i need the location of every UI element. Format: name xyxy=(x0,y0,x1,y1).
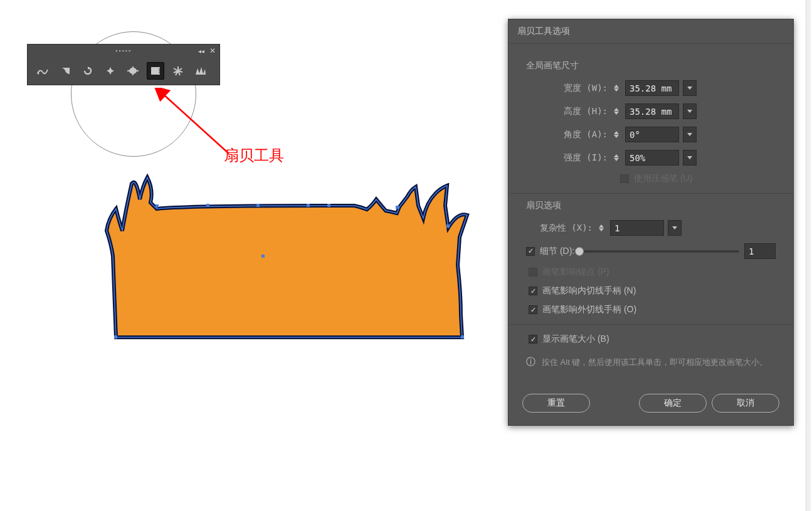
width-input[interactable] xyxy=(625,80,679,96)
scrollbar-area xyxy=(806,0,811,511)
height-input[interactable] xyxy=(625,103,679,119)
slider-thumb[interactable] xyxy=(575,247,584,256)
angle-dropdown[interactable] xyxy=(683,127,697,142)
complexity-input[interactable] xyxy=(610,220,664,236)
svg-rect-5 xyxy=(137,70,139,71)
scallop-section-label: 扇贝选项 xyxy=(526,200,776,211)
info-text: 按住 Alt 键，然后使用该工具单击，即可相应地更改画笔大小。 xyxy=(542,356,767,369)
angle-spinner[interactable] xyxy=(611,127,621,142)
chevron-down-icon xyxy=(672,226,677,229)
svg-point-0 xyxy=(38,73,40,75)
pressure-pen-checkbox xyxy=(620,174,629,183)
out-tangent-label: 画笔影响外切线手柄 (O) xyxy=(542,304,636,315)
intensity-spinner[interactable] xyxy=(611,150,621,166)
scallop-tool[interactable] xyxy=(147,62,164,80)
angle-input[interactable] xyxy=(625,127,679,142)
svg-point-1 xyxy=(129,68,137,74)
chevron-down-icon xyxy=(687,110,692,113)
svg-rect-12 xyxy=(307,204,310,207)
angle-label: 角度 (A): xyxy=(526,129,608,140)
svg-rect-16 xyxy=(261,255,265,258)
svg-rect-10 xyxy=(206,204,209,207)
complexity-spinner[interactable] xyxy=(596,220,606,236)
grip-icon: ▪▪▪▪▪ xyxy=(115,48,132,54)
dialog-title: 扇贝工具选项 xyxy=(509,19,793,44)
collapse-icon[interactable]: ◂◂ xyxy=(198,48,204,55)
cancel-button[interactable]: 取消 xyxy=(712,394,779,413)
pucker-tool[interactable] xyxy=(102,62,119,80)
toolbar-header[interactable]: ▪▪▪▪▪ ◂◂ ✕ xyxy=(28,45,219,57)
wrinkle-tool[interactable] xyxy=(192,62,209,80)
in-tangent-label: 画笔影响内切线手柄 (N) xyxy=(542,285,636,297)
svg-rect-4 xyxy=(127,70,129,71)
height-spinner[interactable] xyxy=(611,103,621,119)
width-spinner[interactable] xyxy=(611,80,621,96)
svg-rect-15 xyxy=(446,224,450,228)
info-icon: ⓘ xyxy=(526,356,535,369)
liquify-toolbar: ▪▪▪▪▪ ◂◂ ✕ xyxy=(27,44,220,85)
svg-rect-13 xyxy=(327,204,330,207)
detail-value-input[interactable] xyxy=(744,243,776,259)
show-brush-checkbox[interactable] xyxy=(529,335,537,344)
chevron-down-icon xyxy=(687,133,692,136)
show-brush-label: 显示画笔大小 (B) xyxy=(542,334,609,345)
svg-rect-11 xyxy=(256,204,260,207)
twirl-cw-tool[interactable] xyxy=(79,62,97,80)
complexity-label: 复杂性 (X): xyxy=(526,223,593,234)
canvas-artwork xyxy=(97,168,473,350)
intensity-label: 强度 (I): xyxy=(526,152,608,164)
svg-rect-9 xyxy=(156,204,159,208)
width-label: 宽度 (W): xyxy=(526,83,608,94)
close-icon[interactable]: ✕ xyxy=(209,46,216,55)
bloat-tool[interactable] xyxy=(124,62,142,80)
anchor-checkbox xyxy=(529,268,537,277)
chevron-down-icon xyxy=(687,156,692,159)
anchor-label: 画笔影响锚点 (P) xyxy=(542,266,609,278)
svg-rect-3 xyxy=(132,73,134,75)
detail-slider[interactable] xyxy=(579,250,739,253)
ok-button[interactable]: 确定 xyxy=(639,394,707,413)
out-tangent-checkbox[interactable] xyxy=(529,305,537,314)
crystallize-tool[interactable] xyxy=(169,62,187,80)
twirl-tool[interactable] xyxy=(56,62,74,80)
svg-rect-2 xyxy=(132,66,134,68)
chevron-down-icon xyxy=(687,87,692,90)
intensity-input[interactable] xyxy=(625,150,679,166)
annotation-label: 扇贝工具 xyxy=(224,145,284,166)
height-dropdown[interactable] xyxy=(683,103,697,119)
intensity-dropdown[interactable] xyxy=(683,150,697,166)
pressure-pen-label: 使用压感笔 (U) xyxy=(634,173,692,184)
warp-tool[interactable] xyxy=(34,62,51,80)
detail-checkbox[interactable] xyxy=(526,247,535,256)
scallop-options-dialog: 扇贝工具选项 全局画笔尺寸 宽度 (W): 高度 (H): 角度 (A): 强度… xyxy=(508,19,794,426)
svg-rect-8 xyxy=(461,335,464,339)
complexity-dropdown[interactable] xyxy=(668,220,682,236)
in-tangent-checkbox[interactable] xyxy=(529,287,537,295)
height-label: 高度 (H): xyxy=(526,106,608,117)
svg-rect-7 xyxy=(114,335,117,339)
svg-rect-14 xyxy=(396,206,399,209)
detail-label: 细节 (D): xyxy=(540,246,574,257)
global-brush-section-label: 全局画笔尺寸 xyxy=(526,60,776,71)
width-dropdown[interactable] xyxy=(683,80,697,96)
reset-button[interactable]: 重置 xyxy=(522,394,590,413)
